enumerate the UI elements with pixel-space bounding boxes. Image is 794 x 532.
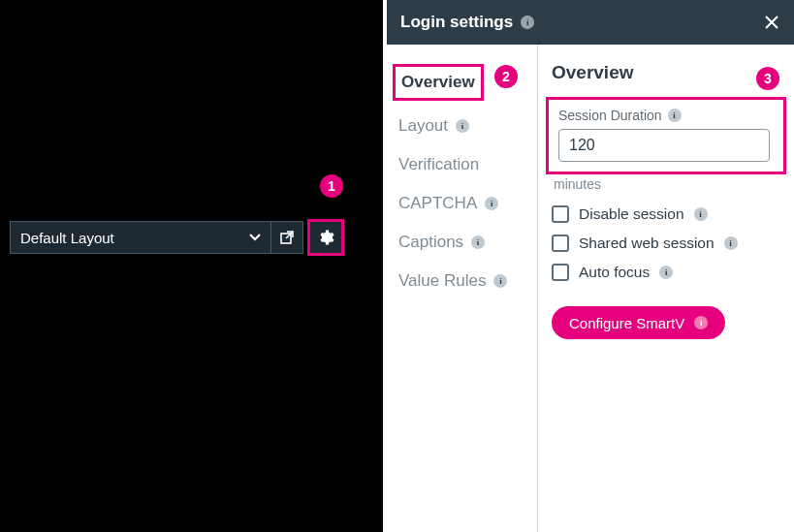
- configure-smartv-button[interactable]: Configure SmartV i: [552, 306, 725, 339]
- info-icon[interactable]: i: [694, 207, 708, 221]
- tab-captions[interactable]: Captions i: [397, 223, 527, 262]
- session-duration-highlight: Session Duration i: [546, 97, 786, 174]
- tab-verification-label: Verification: [398, 155, 479, 174]
- close-icon: [763, 14, 780, 31]
- session-duration-label: Session Duration: [558, 108, 662, 123]
- chevron-down-icon: [249, 232, 261, 243]
- tab-value-rules[interactable]: Value Rules i: [397, 262, 527, 300]
- info-icon: i: [694, 316, 708, 329]
- tab-overview-highlight: Overview: [393, 64, 484, 101]
- info-icon[interactable]: i: [521, 16, 534, 29]
- tab-value-rules-label: Value Rules: [398, 271, 486, 291]
- login-settings-modal: Login settings i Overview Layout i Verif…: [387, 0, 794, 532]
- info-icon[interactable]: i: [456, 119, 469, 133]
- tab-verification[interactable]: Verification: [397, 145, 527, 184]
- layout-select-value: Default Layout: [20, 230, 114, 246]
- tab-captcha-label: CAPTCHA: [398, 194, 477, 213]
- tab-layout-label: Layout: [398, 116, 448, 136]
- tab-overview[interactable]: Overview: [401, 73, 475, 92]
- gear-icon: [317, 229, 334, 246]
- disable-session-label: Disable session: [579, 205, 684, 223]
- configure-smartv-label: Configure SmartV: [569, 315, 684, 331]
- shared-web-session-checkbox[interactable]: [552, 235, 569, 252]
- modal-title: Login settings: [400, 13, 513, 32]
- info-icon[interactable]: i: [659, 266, 673, 279]
- auto-focus-label: Auto focus: [579, 264, 650, 281]
- settings-button[interactable]: [309, 221, 342, 254]
- left-dark-area: Default Layout 1: [0, 0, 383, 532]
- info-icon[interactable]: i: [493, 274, 507, 288]
- layout-toolbar: Default Layout: [10, 221, 342, 254]
- tab-overview-label: Overview: [401, 73, 475, 92]
- content-column: Overview Session Duration i minutes Disa…: [538, 45, 794, 532]
- modal-header: Login settings i: [387, 0, 794, 45]
- layout-select[interactable]: Default Layout: [10, 221, 271, 254]
- tab-captcha[interactable]: CAPTCHA i: [397, 184, 527, 223]
- info-icon[interactable]: i: [668, 109, 682, 122]
- callout-badge-1: 1: [320, 174, 343, 198]
- auto-focus-checkbox[interactable]: [552, 264, 569, 281]
- callout-badge-2: 2: [494, 65, 518, 88]
- external-link-icon: [279, 230, 295, 245]
- disable-session-checkbox[interactable]: [552, 205, 569, 223]
- tabs-column: Overview Layout i Verification CAPTCHA i…: [387, 45, 538, 532]
- callout-badge-3: 3: [756, 67, 779, 90]
- info-icon[interactable]: i: [724, 236, 738, 250]
- tab-layout[interactable]: Layout i: [397, 107, 527, 145]
- session-duration-unit: minutes: [554, 176, 780, 192]
- close-button[interactable]: [763, 14, 780, 31]
- info-icon[interactable]: i: [471, 235, 485, 249]
- content-heading: Overview: [552, 62, 780, 83]
- session-duration-input[interactable]: [558, 129, 770, 162]
- tab-captions-label: Captions: [398, 233, 463, 252]
- info-icon[interactable]: i: [485, 197, 498, 210]
- shared-web-session-label: Shared web session: [579, 235, 715, 252]
- open-external-button[interactable]: [270, 221, 303, 254]
